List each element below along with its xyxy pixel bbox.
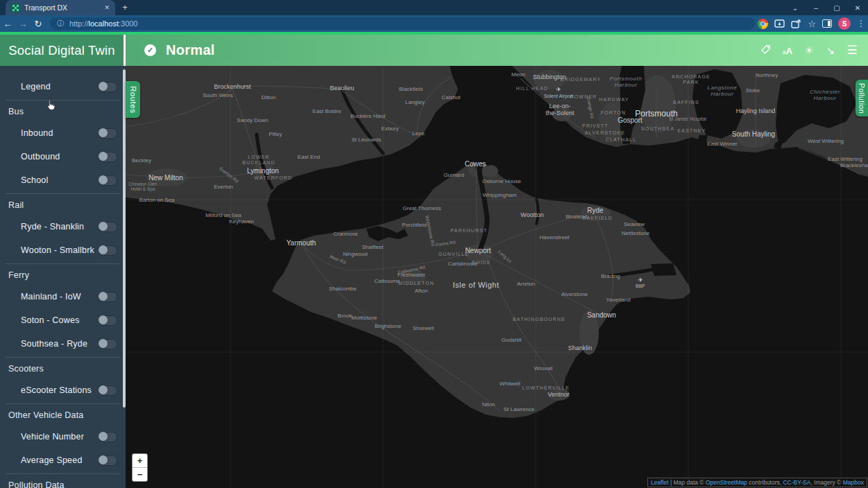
layer-label: Outbound xyxy=(21,152,99,162)
vehicle-number-toggle[interactable] xyxy=(99,432,117,442)
mainland-iow-toggle[interactable] xyxy=(99,292,117,302)
sidebar-section-rail: Rail xyxy=(0,195,126,215)
layer-label: School xyxy=(21,175,99,185)
zoom-in-button[interactable]: + xyxy=(133,454,147,467)
font-size-icon[interactable]: aA xyxy=(781,44,794,56)
sidebar-row-average-speed: Average Speed xyxy=(0,448,126,472)
tab-title: Transport DX xyxy=(24,3,100,12)
chrome-logo-icon[interactable] xyxy=(758,19,768,29)
map-attribution: Leaflet | Map data © OpenStreetMap contr… xyxy=(647,478,867,487)
sidebar-divider xyxy=(6,403,120,404)
url-field[interactable]: ⓘ http://localhost:3000 xyxy=(50,17,755,30)
sidebar-row-mainland-iow: Mainland - IoW xyxy=(0,285,126,308)
site-info-icon[interactable]: ⓘ xyxy=(57,19,64,28)
sidebar-row-ryde-shanklin: Ryde - Shanklin xyxy=(0,215,126,238)
toggle-knob xyxy=(99,339,108,348)
window-menu-icon[interactable]: ⌄ xyxy=(785,0,806,15)
layer-label: Mainland - IoW xyxy=(21,292,99,302)
url-port: :3000 xyxy=(119,19,138,28)
menu-icon[interactable]: ☰ xyxy=(846,43,858,58)
sidebar-scrollbar[interactable] xyxy=(123,69,126,408)
toggle-knob xyxy=(99,175,108,184)
window-maximize-icon[interactable]: ▢ xyxy=(826,0,847,15)
new-tab-button[interactable]: + xyxy=(119,2,130,13)
sidebar-row-southsea-ryde: Southsea - Ryde xyxy=(0,332,126,356)
attribution-text: contributors, xyxy=(747,479,783,486)
legend-toggle[interactable] xyxy=(99,82,117,92)
toggle-knob xyxy=(99,315,108,324)
attribution-text: | Map data © xyxy=(669,479,706,486)
toggle-knob xyxy=(99,128,108,137)
sidebar-list: LegendBusInboundOutboundSchoolRailRyde -… xyxy=(0,66,126,488)
layer-label: Vehicle Number xyxy=(21,432,99,442)
sidebar-divider xyxy=(6,193,120,194)
escooter-stations-toggle[interactable] xyxy=(99,385,117,396)
layer-label: Ryde - Shanklin xyxy=(21,222,99,232)
sidebar-section-bus: Bus xyxy=(0,102,126,121)
sidebar-row-vehicle-number: Vehicle Number xyxy=(0,425,126,448)
diagonal-arrow-icon[interactable]: ↘ xyxy=(824,44,837,57)
sidebar-divider xyxy=(6,357,120,358)
routes-tab[interactable]: Routes xyxy=(126,81,140,118)
pollution-tab[interactable]: Pollution xyxy=(856,80,868,116)
zoom-out-button[interactable]: − xyxy=(133,467,147,481)
sidebar-row-wooton-smallbrk: Wooton - Smallbrk xyxy=(0,238,126,262)
sidebar-section-pollution-data: Pollution Data xyxy=(0,476,126,488)
side-panel-icon[interactable] xyxy=(822,19,832,28)
window-minimize-icon[interactable]: – xyxy=(806,0,826,15)
attribution-link[interactable]: OpenStreetMap xyxy=(706,479,747,486)
forward-icon[interactable]: → xyxy=(15,19,31,29)
attribution-link[interactable]: Mapbox xyxy=(843,479,864,486)
sidebar-divider xyxy=(6,100,120,101)
southsea-ryde-toggle[interactable] xyxy=(99,339,117,349)
browser-toolbar-right: ☆ S ⋮ xyxy=(758,15,865,32)
outbound-toggle[interactable] xyxy=(99,152,117,162)
layers-sidebar: LegendBusInboundOutboundSchoolRailRyde -… xyxy=(0,66,126,488)
toggle-knob xyxy=(99,245,108,254)
toggle-knob xyxy=(99,385,108,394)
sidebar-row-outbound: Outbound xyxy=(0,145,126,168)
average-speed-toggle[interactable] xyxy=(99,455,117,466)
theme-tag-icon[interactable] xyxy=(760,44,772,57)
soton-cowes-toggle[interactable] xyxy=(99,315,117,326)
sidebar-section-other-vehicle-data: Other Vehicle Data xyxy=(0,406,126,425)
install-app-icon[interactable] xyxy=(774,19,785,28)
sidebar-row-inbound: Inbound xyxy=(0,121,126,145)
browser-tab[interactable]: Transport DX ✕ xyxy=(6,0,115,15)
layer-label: Wooton - Smallbrk xyxy=(21,245,99,255)
profile-avatar[interactable]: S xyxy=(838,17,851,30)
share-icon[interactable] xyxy=(791,19,801,28)
sidebar-row-escooter-stations: eScooter Stations xyxy=(0,378,126,402)
status-check-icon: ✓ xyxy=(144,44,156,56)
tab-close-icon[interactable]: ✕ xyxy=(104,4,110,11)
layer-label: Average Speed xyxy=(21,455,99,465)
reload-icon[interactable]: ↻ xyxy=(31,19,46,29)
map-canvas[interactable] xyxy=(126,66,868,488)
back-icon[interactable]: ← xyxy=(0,19,15,29)
window-close-icon[interactable]: ✕ xyxy=(847,0,868,15)
sidebar-section-ferry: Ferry xyxy=(0,265,126,285)
school-toggle[interactable] xyxy=(99,175,117,186)
brightness-icon[interactable]: ☀ xyxy=(803,44,815,57)
toggle-knob xyxy=(99,82,108,91)
map-zoom-control: + − xyxy=(132,453,148,482)
ryde-shanklin-toggle[interactable] xyxy=(99,222,117,232)
layer-label: Soton - Cowes xyxy=(21,315,99,325)
sidebar-section-scooters: Scooters xyxy=(0,359,126,378)
wooton-smallbrk-toggle[interactable] xyxy=(99,245,117,256)
attribution-link[interactable]: CC-BY-SA xyxy=(783,479,810,486)
attribution-link[interactable]: Leaflet xyxy=(651,479,669,486)
inbound-toggle[interactable] xyxy=(99,128,117,139)
url-host: localhost xyxy=(89,19,119,28)
browser-menu-icon[interactable]: ⋮ xyxy=(857,19,865,28)
toggle-knob xyxy=(99,432,108,441)
app-title: Social Digital Twin xyxy=(0,35,124,66)
toggle-knob xyxy=(99,292,108,301)
layer-label: eScooter Stations xyxy=(21,385,99,395)
sidebar-row-soton-cowes: Soton - Cowes xyxy=(0,308,126,332)
bookmark-star-icon[interactable]: ☆ xyxy=(808,19,816,29)
sidebar-row-legend: Legend xyxy=(0,75,126,98)
layer-label: Legend xyxy=(21,82,99,92)
sidebar-row-school: School xyxy=(0,168,126,192)
sidebar-divider xyxy=(6,263,120,264)
